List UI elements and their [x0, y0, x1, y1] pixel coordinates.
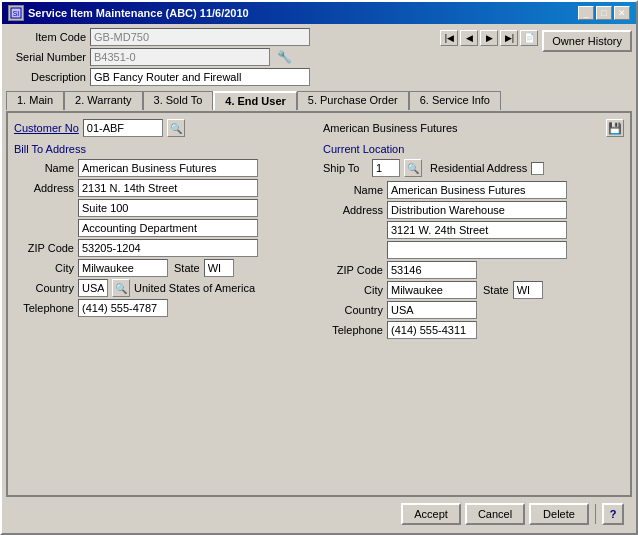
header-fields: Item Code Serial Number 🔧 Description [6, 28, 436, 86]
bill-city-input[interactable] [78, 259, 168, 277]
bill-address1-row: Address [14, 179, 315, 197]
window-controls: _ □ ✕ [578, 6, 630, 20]
loc-zip-input[interactable] [387, 261, 477, 279]
loc-state-label: State [483, 284, 509, 296]
nav-last-button[interactable]: ▶| [500, 30, 518, 46]
nav-new-button[interactable]: 📄 [520, 30, 538, 46]
loc-address1-row: Address [323, 201, 624, 219]
loc-telephone-label: Telephone [323, 324, 383, 336]
loc-address-label: Address [323, 204, 383, 216]
tab-sold-to[interactable]: 3. Sold To [143, 91, 214, 110]
floppy-button[interactable]: 💾 [606, 119, 624, 137]
left-column: Customer No 🔍 Bill To Address Name Addre… [14, 119, 315, 339]
bill-address2-input[interactable] [78, 199, 258, 217]
customer-no-input[interactable] [83, 119, 163, 137]
bill-address3-row [14, 219, 315, 237]
bill-address-label: Address [14, 182, 74, 194]
item-code-label: Item Code [6, 31, 86, 43]
nav-first-button[interactable]: |◀ [440, 30, 458, 46]
bill-name-row: Name [14, 159, 315, 177]
help-button[interactable]: ? [602, 503, 624, 525]
panel-inner: Customer No 🔍 Bill To Address Name Addre… [14, 119, 624, 339]
bill-country-desc: United States of America [134, 282, 255, 294]
ship-to-lookup-button[interactable]: 🔍 [404, 159, 422, 177]
bill-country-lookup-button[interactable]: 🔍 [112, 279, 130, 297]
company-name: American Business Futures [323, 122, 458, 134]
loc-address3-input[interactable] [387, 241, 567, 259]
wrench-icon: 🔧 [274, 49, 294, 65]
customer-no-link[interactable]: Customer No [14, 122, 79, 134]
bill-address3-input[interactable] [78, 219, 258, 237]
bill-telephone-row: Telephone [14, 299, 315, 317]
location-form: Name Address [323, 181, 624, 339]
cancel-button[interactable]: Cancel [465, 503, 525, 525]
owner-history-button[interactable]: Owner History [542, 30, 632, 52]
serial-number-label: Serial Number [6, 51, 86, 63]
bill-name-label: Name [14, 162, 74, 174]
description-label: Description [6, 71, 86, 83]
tab-service-info[interactable]: 6. Service Info [409, 91, 501, 110]
customer-lookup-button[interactable]: 🔍 [167, 119, 185, 137]
minimize-button[interactable]: _ [578, 6, 594, 20]
nav-next-button[interactable]: ▶ [480, 30, 498, 46]
loc-address2-row [323, 221, 624, 239]
serial-number-row: Serial Number 🔧 [6, 48, 436, 66]
loc-zip-row: ZIP Code [323, 261, 624, 279]
nav-prev-button[interactable]: ◀ [460, 30, 478, 46]
description-input[interactable] [90, 68, 310, 86]
loc-telephone-input[interactable] [387, 321, 477, 339]
loc-name-row: Name [323, 181, 624, 199]
bill-zip-label: ZIP Code [14, 242, 74, 254]
loc-telephone-row: Telephone [323, 321, 624, 339]
loc-name-input[interactable] [387, 181, 567, 199]
bill-telephone-input[interactable] [78, 299, 168, 317]
close-button[interactable]: ✕ [614, 6, 630, 20]
current-location-title: Current Location [323, 143, 624, 155]
loc-address1-input[interactable] [387, 201, 567, 219]
loc-city-input[interactable] [387, 281, 477, 299]
accept-button[interactable]: Accept [401, 503, 461, 525]
tab-end-user[interactable]: 4. End User [213, 91, 297, 110]
loc-state-input[interactable] [513, 281, 543, 299]
residential-address-checkbox[interactable] [531, 162, 544, 175]
bill-zip-row: ZIP Code [14, 239, 315, 257]
tab-main[interactable]: 1. Main [6, 91, 64, 110]
bill-address1-input[interactable] [78, 179, 258, 197]
bill-city-label: City [14, 262, 74, 274]
tab-warranty[interactable]: 2. Warranty [64, 91, 142, 110]
loc-country-input[interactable] [387, 301, 477, 319]
bill-name-input[interactable] [78, 159, 258, 177]
bill-to-address-title: Bill To Address [14, 143, 315, 155]
nav-buttons: |◀ ◀ ▶ ▶| 📄 [440, 30, 538, 46]
loc-zip-label: ZIP Code [323, 264, 383, 276]
item-code-row: Item Code [6, 28, 436, 46]
delete-button[interactable]: Delete [529, 503, 589, 525]
right-column: American Business Futures 💾 Current Loca… [323, 119, 624, 339]
bottom-bar: Accept Cancel Delete ? [6, 499, 632, 529]
customer-no-row: Customer No 🔍 [14, 119, 315, 137]
svg-text:SI: SI [13, 10, 20, 17]
serial-number-input[interactable] [90, 48, 270, 66]
loc-country-row: Country [323, 301, 624, 319]
tab-purchase-order[interactable]: 5. Purchase Order [297, 91, 409, 110]
tabs-row: 1. Main 2. Warranty 3. Sold To 4. End Us… [6, 90, 632, 109]
loc-city-row: City State [323, 281, 624, 299]
bill-country-input[interactable] [78, 279, 108, 297]
item-code-input[interactable] [90, 28, 310, 46]
ship-to-row: Ship To 🔍 Residential Address [323, 159, 624, 177]
bill-country-row: Country 🔍 United States of America [14, 279, 315, 297]
bill-zip-input[interactable] [78, 239, 258, 257]
top-section: Item Code Serial Number 🔧 Description |◀… [6, 28, 632, 86]
bill-state-input[interactable] [204, 259, 234, 277]
bill-telephone-label: Telephone [14, 302, 74, 314]
loc-name-label: Name [323, 184, 383, 196]
description-row: Description [6, 68, 436, 86]
right-header: American Business Futures 💾 [323, 119, 624, 137]
main-panel: Customer No 🔍 Bill To Address Name Addre… [6, 111, 632, 497]
loc-address2-input[interactable] [387, 221, 567, 239]
maximize-button[interactable]: □ [596, 6, 612, 20]
nav-controls: |◀ ◀ ▶ ▶| 📄 [440, 28, 538, 46]
bill-to-form: Name Address [14, 159, 315, 317]
bottom-separator [595, 504, 596, 524]
ship-to-input[interactable] [372, 159, 400, 177]
